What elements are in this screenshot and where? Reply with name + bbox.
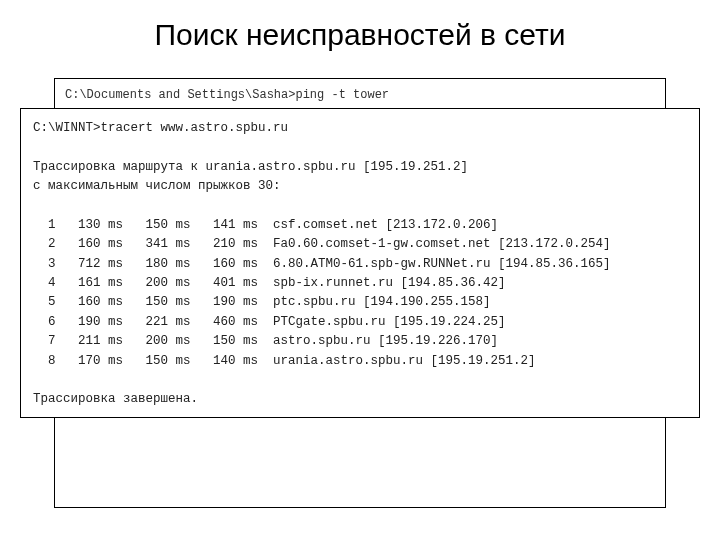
slide-title: Поиск неисправностей в сети — [0, 0, 720, 64]
tracert-hop: 7 211 ms 200 ms 150 ms astro.spbu.ru [19… — [33, 334, 498, 348]
tracert-hop: 2 160 ms 341 ms 210 ms Fa0.60.comset-1-g… — [33, 237, 611, 251]
tracert-hop: 3 712 ms 180 ms 160 ms 6.80.ATM0-61.spb-… — [33, 257, 611, 271]
tracert-output-box: C:\WINNT>tracert www.astro.spbu.ru Трасс… — [20, 108, 700, 418]
tracert-hop: 6 190 ms 221 ms 460 ms PTCgate.spbu.ru [… — [33, 315, 506, 329]
ping-command-line: C:\Documents and Settings\Sasha>ping -t … — [65, 87, 655, 104]
tracert-hop: 4 161 ms 200 ms 401 ms spb-ix.runnet.ru … — [33, 276, 506, 290]
tracert-intro-1: Трассировка маршрута к urania.astro.spbu… — [33, 160, 468, 174]
tracert-hop: 1 130 ms 150 ms 141 ms csf.comset.net [2… — [33, 218, 498, 232]
tracert-done: Трассировка завершена. — [33, 392, 198, 406]
tracert-hop: 5 160 ms 150 ms 190 ms ptc.spbu.ru [194.… — [33, 295, 491, 309]
tracert-hop: 8 170 ms 150 ms 140 ms urania.astro.spbu… — [33, 354, 536, 368]
tracert-command: C:\WINNT>tracert www.astro.spbu.ru — [33, 121, 288, 135]
tracert-intro-2: с максимальным числом прыжков 30: — [33, 179, 281, 193]
